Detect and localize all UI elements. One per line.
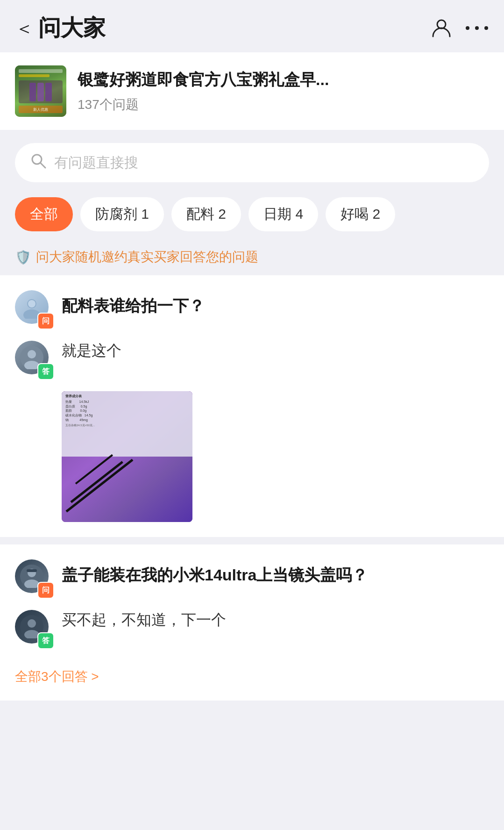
- filter-tab-all[interactable]: 全部: [15, 197, 73, 231]
- svg-point-0: [437, 20, 446, 29]
- search-container: 有问题直接搜: [0, 136, 504, 190]
- header: ＜ 问大家: [0, 0, 504, 52]
- svg-point-1: [466, 26, 469, 30]
- page-title: 问大家: [38, 13, 106, 43]
- filter-tab-preservative[interactable]: 防腐剂 1: [80, 197, 164, 231]
- question-row-2: 问 盖子能装在我的小米14ultra上当镜头盖吗？: [15, 559, 489, 597]
- filter-tab-taste[interactable]: 好喝 2: [326, 197, 395, 231]
- search-placeholder-text: 有问题直接搜: [54, 153, 138, 172]
- svg-point-17: [28, 619, 36, 628]
- answer-avatar-2: 答: [15, 610, 52, 647]
- question-avatar-2: 问: [15, 559, 52, 597]
- product-image: 新人优惠: [15, 65, 66, 117]
- question-text-1: 配料表谁给拍一下？: [62, 290, 489, 318]
- svg-rect-15: [27, 569, 37, 572]
- user-icon[interactable]: [429, 16, 454, 40]
- question-row-1: 问 配料表谁给拍一下？: [15, 290, 489, 328]
- answer-avatar-1: 答: [15, 341, 52, 378]
- question-badge-1: 问: [37, 313, 54, 329]
- answer-text-1: 就是这个: [62, 341, 121, 361]
- svg-point-3: [484, 26, 488, 30]
- question-text-2: 盖子能装在我的小米14ultra上当镜头盖吗？: [62, 559, 489, 587]
- answer-badge-2: 答: [37, 632, 54, 649]
- back-button[interactable]: ＜: [15, 15, 34, 41]
- svg-point-10: [28, 350, 36, 358]
- svg-point-2: [475, 26, 479, 30]
- filter-tab-ingredients[interactable]: 配料 2: [171, 197, 241, 231]
- qa-card-1: 问 配料表谁给拍一下？ 答 就是这个 营养成分表: [0, 275, 504, 537]
- answer-image-container-1[interactable]: 营养成分表 热量 14.5kJ 蛋白质 0.5g 脂肪 0.0g 碳水化合物 1…: [62, 391, 489, 522]
- all-answers-link[interactable]: 全部3个回答 >: [15, 668, 99, 686]
- search-bar[interactable]: 有问题直接搜: [15, 143, 489, 182]
- product-info: 银鹭好粥道即食官方八宝粥礼盒早... 137个问题: [78, 69, 489, 114]
- filter-tab-date[interactable]: 日期 4: [248, 197, 318, 231]
- product-question-count: 137个问题: [78, 96, 489, 114]
- more-icon[interactable]: [465, 16, 489, 40]
- answer-badge-1: 答: [37, 363, 54, 380]
- header-left: ＜ 问大家: [15, 13, 106, 43]
- header-actions: [429, 16, 489, 40]
- notice-bar: 🛡️ 问大家随机邀约真实买家回答您的问题: [0, 241, 504, 275]
- search-icon: [30, 152, 47, 173]
- question-avatar-1: 问: [15, 290, 52, 328]
- qa-card-2: 问 盖子能装在我的小米14ultra上当镜头盖吗？ 答 买不起，不知道，下一个 …: [0, 544, 504, 701]
- filter-tabs: 全部 防腐剂 1 配料 2 日期 4 好喝 2: [0, 190, 504, 241]
- svg-point-8: [28, 300, 35, 308]
- question-badge-2: 问: [37, 582, 54, 599]
- product-card[interactable]: 新人优惠 银鹭好粥道即食官方八宝粥礼盒早... 137个问题: [0, 52, 504, 130]
- notice-text: 问大家随机邀约真实买家回答您的问题: [36, 248, 258, 266]
- answer-row-1: 答 就是这个: [15, 341, 489, 378]
- svg-line-5: [41, 163, 45, 168]
- answer-text-2: 买不起，不知道，下一个: [62, 610, 226, 630]
- product-name: 银鹭好粥道即食官方八宝粥礼盒早...: [78, 69, 489, 91]
- answer-image-1[interactable]: 营养成分表 热量 14.5kJ 蛋白质 0.5g 脂肪 0.0g 碳水化合物 1…: [62, 391, 192, 522]
- shield-verified-icon: 🛡️: [15, 250, 31, 265]
- answer-row-2: 答 买不起，不知道，下一个: [15, 610, 489, 647]
